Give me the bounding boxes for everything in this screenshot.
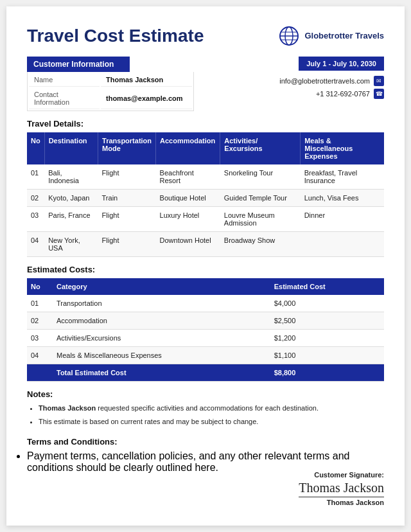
travel-table-cell: Snorkeling Tour bbox=[220, 164, 301, 190]
travel-table-cell: 02 bbox=[27, 190, 44, 207]
travel-table-cell: Bali, Indonesia bbox=[44, 164, 98, 190]
travel-table-cell: Flight bbox=[98, 164, 156, 190]
customer-left: Customer Information Name Thomas Jackson… bbox=[27, 57, 279, 111]
travel-table-cell: Beachfront Resort bbox=[156, 164, 220, 190]
company-email: info@globetrottertravels.com bbox=[279, 77, 370, 85]
travel-table-cell: Flight bbox=[98, 232, 156, 257]
customer-info-header: Customer Information bbox=[27, 57, 130, 72]
cost-row-amount: $4,000 bbox=[270, 295, 384, 312]
name-value: Thomas Jackson bbox=[101, 73, 192, 87]
col-transport: TransportationMode bbox=[98, 132, 156, 164]
cost-table-row: 01Transportation$4,000 bbox=[27, 295, 384, 312]
travel-table-cell: 03 bbox=[27, 207, 44, 232]
cost-row-category: Meals & Miscellaneous Expenses bbox=[53, 347, 270, 364]
travel-table-cell: Broadway Show bbox=[220, 232, 301, 257]
customer-right: July 1 - July 10, 2030 info@globetrotter… bbox=[279, 57, 384, 99]
customer-contact-row: Contact Information thomas@example.com bbox=[29, 88, 192, 109]
travel-table-cell: Flight bbox=[98, 207, 156, 232]
terms-list: Payment terms, cancellation policies, an… bbox=[27, 450, 384, 474]
note-item-2: This estimate is based on current rates … bbox=[39, 416, 384, 427]
travel-table-cell: Train bbox=[98, 190, 156, 207]
header: Travel Cost Estimate Globetrotter Travel… bbox=[27, 26, 384, 46]
cost-table-row: 02Accommodation$2,500 bbox=[27, 312, 384, 330]
cost-row-amount: $1,200 bbox=[270, 330, 384, 347]
travel-table-header-row: No Destination TransportationMode Accomm… bbox=[27, 132, 384, 164]
cost-table-row: 04Meals & Miscellaneous Expenses$1,100 bbox=[27, 347, 384, 364]
col-meals: Meals &MiscellaneousExpenses bbox=[301, 132, 384, 164]
cost-row-category: Transportation bbox=[53, 295, 270, 312]
cost-col-category: Category bbox=[53, 278, 270, 295]
cost-table: No Category Estimated Cost 01Transportat… bbox=[27, 278, 384, 382]
travel-table-row: 04New York, USAFlightDowntown HotelBroad… bbox=[27, 232, 384, 257]
cost-row-no: 01 bbox=[27, 295, 53, 312]
logo-area: Globetrotter Travels bbox=[279, 26, 384, 46]
cost-row-no: 03 bbox=[27, 330, 53, 347]
name-label: Name bbox=[29, 73, 100, 87]
email-icon: ✉ bbox=[374, 76, 384, 86]
signature-area: Customer Signature: Thomas Jackson Thoma… bbox=[299, 471, 384, 506]
bottom-section: Terms and Conditions: Payment terms, can… bbox=[27, 429, 384, 474]
cost-row-category: Accommodation bbox=[53, 312, 270, 330]
cost-total-row: Total Estimated Cost$8,800 bbox=[27, 364, 384, 382]
travel-table: No Destination TransportationMode Accomm… bbox=[27, 132, 384, 257]
travel-table-cell: Lunch, Visa Fees bbox=[301, 190, 384, 207]
cost-row-amount: $1,100 bbox=[270, 347, 384, 364]
travel-table-cell: Boutique Hotel bbox=[156, 190, 220, 207]
signature-label: Customer Signature: bbox=[299, 471, 384, 479]
travel-table-row: 02Kyoto, JapanTrainBoutique HotelGuided … bbox=[27, 190, 384, 207]
cost-table-header-row: No Category Estimated Cost bbox=[27, 278, 384, 295]
travel-table-cell: Paris, France bbox=[44, 207, 98, 232]
company-name: Globetrotter Travels bbox=[304, 31, 384, 41]
cost-row-no: 04 bbox=[27, 347, 53, 364]
col-accommodation: Accommodation bbox=[156, 132, 220, 164]
travel-table-cell: Louvre Museum Admission bbox=[220, 207, 301, 232]
terms-item-1: Payment terms, cancellation policies, an… bbox=[27, 450, 384, 474]
phone-icon: ☎ bbox=[374, 89, 384, 99]
company-email-line: info@globetrottertravels.com ✉ bbox=[279, 76, 384, 86]
signature-name: Thomas Jackson bbox=[299, 497, 384, 506]
cost-col-no: No bbox=[27, 278, 53, 295]
customer-table: Name Thomas Jackson Contact Information … bbox=[27, 72, 194, 111]
signature-cursive: Thomas Jackson bbox=[299, 480, 384, 495]
travel-table-row: 03Paris, FranceFlightLuxury HotelLouvre … bbox=[27, 207, 384, 232]
notes-section: Notes: Thomas Jackson requested specific… bbox=[27, 389, 384, 427]
travel-table-cell: New York, USA bbox=[44, 232, 98, 257]
travel-table-cell: 04 bbox=[27, 232, 44, 257]
title: Travel Cost Estimate bbox=[27, 26, 204, 46]
travel-table-cell: 01 bbox=[27, 164, 44, 190]
contact-label: Contact Information bbox=[29, 88, 100, 109]
customer-section: Customer Information Name Thomas Jackson… bbox=[27, 57, 384, 111]
note-item-1: Thomas Jackson requested specific activi… bbox=[39, 403, 384, 414]
col-destination: Destination bbox=[44, 132, 98, 164]
travel-table-cell: Luxury Hotel bbox=[156, 207, 220, 232]
globe-icon bbox=[279, 26, 299, 46]
note-bold-name: Thomas Jackson bbox=[39, 404, 96, 412]
travel-table-cell: Dinner bbox=[301, 207, 384, 232]
company-phone-line: +1 312-692-0767 ☎ bbox=[316, 89, 384, 99]
travel-table-cell: Breakfast, Travel Insurance bbox=[301, 164, 384, 190]
col-no: No bbox=[27, 132, 44, 164]
travel-table-cell bbox=[301, 232, 384, 257]
travel-details-title: Travel Details: bbox=[27, 119, 384, 129]
travel-table-cell: Downtown Hotel bbox=[156, 232, 220, 257]
contact-value: thomas@example.com bbox=[101, 88, 192, 109]
note-text-1: requested specific activities and accomm… bbox=[98, 404, 319, 412]
page: Travel Cost Estimate Globetrotter Travel… bbox=[6, 6, 405, 526]
travel-table-cell: Guided Temple Tour bbox=[220, 190, 301, 207]
total-value: $8,800 bbox=[270, 364, 384, 382]
customer-name-row: Name Thomas Jackson bbox=[29, 73, 192, 87]
col-activities: Activities/Excursions bbox=[220, 132, 301, 164]
estimated-costs-title: Estimated Costs: bbox=[27, 265, 384, 274]
company-phone: +1 312-692-0767 bbox=[316, 90, 370, 98]
cost-col-amount: Estimated Cost bbox=[270, 278, 384, 295]
cost-row-no: 02 bbox=[27, 312, 53, 330]
notes-list: Thomas Jackson requested specific activi… bbox=[39, 403, 384, 427]
cost-row-amount: $2,500 bbox=[270, 312, 384, 330]
cost-row-category: Activities/Excursions bbox=[53, 330, 270, 347]
terms-section: Terms and Conditions: Payment terms, can… bbox=[27, 429, 384, 474]
travel-table-row: 01Bali, IndonesiaFlightBeachfront Resort… bbox=[27, 164, 384, 190]
date-badge: July 1 - July 10, 2030 bbox=[299, 57, 384, 71]
total-label: Total Estimated Cost bbox=[53, 364, 270, 382]
notes-title: Notes: bbox=[27, 389, 384, 399]
travel-table-cell: Kyoto, Japan bbox=[44, 190, 98, 207]
